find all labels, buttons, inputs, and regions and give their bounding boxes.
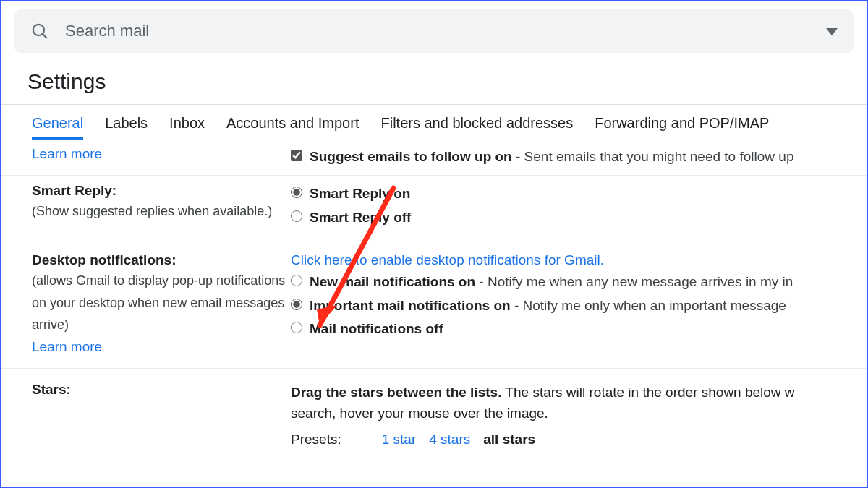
desktop-mail-off-radio[interactable] bbox=[291, 322, 302, 333]
desktop-new-mail-radio[interactable] bbox=[291, 275, 302, 286]
page-title: Settings bbox=[1, 53, 867, 104]
svg-point-0 bbox=[33, 25, 44, 35]
settings-tabs: General Labels Inbox Accounts and Import… bbox=[1, 105, 867, 140]
row-desktop-notifications: Desktop notifications: (allows Gmail to … bbox=[1, 236, 867, 369]
followup-desc: - Sent emails that you might need to fol… bbox=[512, 149, 794, 164]
desktop-desc: (allows Gmail to display pop-up notifica… bbox=[32, 268, 288, 336]
desktop-enable-link[interactable]: Click here to enable desktop notificatio… bbox=[291, 252, 604, 267]
stars-instr-bold: Drag the stars between the lists. bbox=[291, 385, 501, 400]
tab-inbox[interactable]: Inbox bbox=[169, 115, 205, 140]
followup-label: Suggest emails to follow up on bbox=[310, 149, 512, 164]
desktop-opt2-desc: - Notify me only when an important messa… bbox=[511, 298, 786, 313]
desktop-title: Desktop notifications: bbox=[32, 252, 288, 268]
followup-learn-more-link[interactable]: Learn more bbox=[32, 146, 102, 161]
row-stars: Stars: Drag the stars between the lists.… bbox=[1, 369, 867, 455]
smart-reply-off-radio[interactable] bbox=[291, 210, 302, 222]
search-icon bbox=[30, 22, 49, 40]
search-dropdown-icon[interactable] bbox=[826, 24, 838, 39]
preset-all-stars[interactable]: all stars bbox=[483, 432, 535, 448]
tab-general[interactable]: General bbox=[32, 115, 83, 140]
svg-marker-2 bbox=[826, 28, 838, 35]
desktop-opt1-desc: - Notify me when any new message arrives… bbox=[475, 274, 793, 289]
presets-label: Presets: bbox=[291, 432, 341, 448]
tab-filters-blocked[interactable]: Filters and blocked addresses bbox=[380, 115, 573, 140]
settings-content: Learn more Suggest emails to follow up o… bbox=[1, 140, 867, 455]
smart-reply-off-label: Smart Reply off bbox=[310, 207, 411, 228]
tab-forwarding-pop-imap[interactable]: Forwarding and POP/IMAP bbox=[595, 115, 769, 140]
smart-reply-desc: (Show suggested replies when available.) bbox=[32, 199, 288, 223]
stars-presets: Presets: 1 star 4 stars all stars bbox=[291, 432, 867, 448]
search-bar[interactable]: Search mail bbox=[14, 9, 854, 53]
desktop-important-mail-radio[interactable] bbox=[291, 299, 302, 310]
smart-reply-title: Smart Reply: bbox=[32, 183, 288, 199]
smart-reply-on-label: Smart Reply on bbox=[310, 183, 410, 205]
stars-instr-line2: search, hover your mouse over the image. bbox=[291, 403, 867, 424]
stars-instr-desc: The stars will rotate in the order shown… bbox=[501, 385, 794, 400]
tab-labels[interactable]: Labels bbox=[105, 115, 148, 140]
preset-1-star[interactable]: 1 star bbox=[382, 432, 417, 448]
preset-4-stars[interactable]: 4 stars bbox=[429, 432, 470, 448]
row-smart-reply: Smart Reply: (Show suggested replies whe… bbox=[1, 176, 867, 236]
svg-line-1 bbox=[43, 34, 47, 38]
desktop-learn-more-link[interactable]: Learn more bbox=[32, 339, 102, 354]
row-followup: Learn more Suggest emails to follow up o… bbox=[1, 140, 867, 176]
stars-title: Stars: bbox=[32, 382, 288, 398]
search-placeholder: Search mail bbox=[65, 22, 810, 40]
desktop-opt2-label: Important mail notifications on bbox=[310, 298, 511, 313]
smart-reply-on-radio[interactable] bbox=[291, 187, 302, 198]
followup-checkbox[interactable] bbox=[291, 150, 302, 161]
desktop-opt3-label: Mail notifications off bbox=[310, 318, 443, 340]
desktop-opt1-label: New mail notifications on bbox=[310, 274, 475, 289]
tab-accounts-import[interactable]: Accounts and Import bbox=[226, 115, 359, 140]
